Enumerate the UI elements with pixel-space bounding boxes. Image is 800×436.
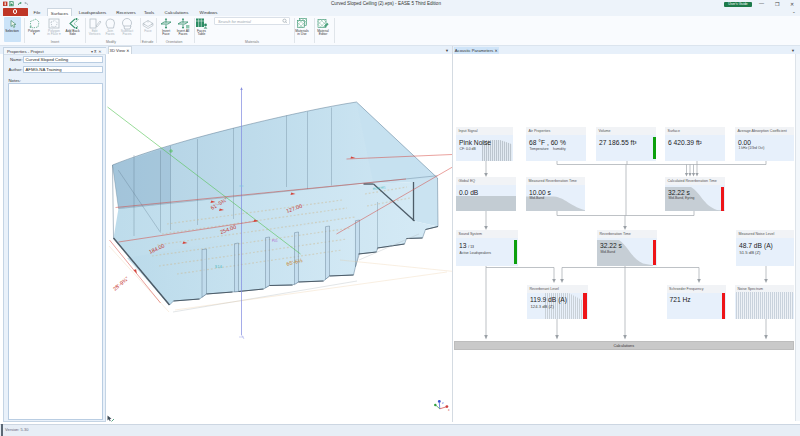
svg-text:28'-9¾": 28'-9¾" [111, 275, 129, 291]
svg-text:x: x [448, 408, 450, 412]
svg-text:z: z [442, 401, 444, 405]
svg-text:P05: P05 [272, 239, 278, 243]
svg-text:S 1.6: S 1.6 [215, 265, 222, 269]
svg-text:Search for material: Search for material [218, 19, 251, 24]
